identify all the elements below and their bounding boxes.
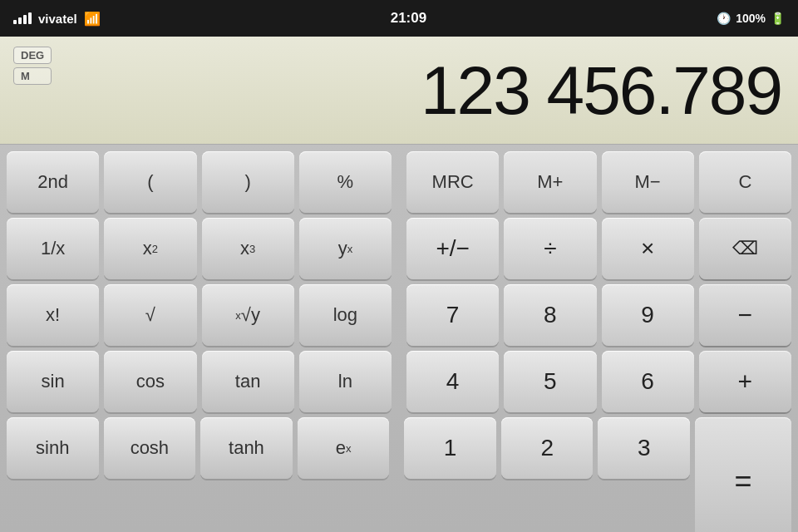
btn-tan[interactable]: tan	[202, 351, 294, 412]
btn-6[interactable]: 6	[602, 351, 694, 412]
time-label: 21:09	[391, 10, 426, 27]
btn-equals[interactable]: =	[695, 417, 791, 532]
btn-mminus[interactable]: M−	[602, 151, 694, 213]
btn-minus[interactable]: −	[699, 284, 791, 346]
btn-sin[interactable]: sin	[7, 351, 99, 412]
deg-badge: DEG	[13, 47, 52, 64]
btn-multiply[interactable]: ×	[602, 218, 694, 279]
clock-icon: 🕐	[717, 12, 731, 25]
btn-2nd[interactable]: 2nd	[7, 151, 99, 213]
btn-ln[interactable]: ln	[299, 351, 392, 412]
display-area: DEG M 123 456.789	[0, 37, 798, 145]
btn-2[interactable]: 2	[501, 417, 594, 479]
btn-yx[interactable]: yx	[299, 218, 392, 279]
btn-log[interactable]: log	[299, 284, 392, 346]
btn-clear[interactable]: C	[699, 151, 791, 213]
btn-factorial[interactable]: x!	[7, 284, 99, 346]
status-bar: vivatel 📶 21:09 🕐 100% 🔋	[0, 0, 798, 37]
btn-4[interactable]: 4	[406, 351, 499, 412]
display-badges: DEG M	[13, 47, 52, 85]
btn-open-paren[interactable]: (	[104, 151, 196, 213]
display-value: 123 456.789	[421, 52, 781, 130]
btn-close-paren[interactable]: )	[202, 151, 294, 213]
btn-3[interactable]: 3	[598, 417, 690, 479]
button-row-3: x! √ x√y log 7 8 9 −	[7, 284, 791, 346]
btn-plusminus[interactable]: +/−	[406, 218, 499, 279]
carrier-label: vivatel	[38, 12, 77, 26]
btn-percent[interactable]: %	[299, 151, 392, 213]
btn-1[interactable]: 1	[404, 417, 496, 479]
btn-reciprocal[interactable]: 1/x	[7, 218, 99, 279]
btn-cube[interactable]: x3	[202, 218, 294, 279]
btn-xrooty[interactable]: x√y	[202, 284, 294, 346]
memory-badge: M	[13, 67, 52, 85]
status-right: 🕐 100% 🔋	[717, 12, 785, 25]
status-left: vivatel 📶	[13, 11, 101, 27]
calculator-body: 2nd ( ) % MRC M+ M− C 1/x x2 x3 yx +/− ÷…	[0, 145, 798, 532]
btn-square[interactable]: x2	[104, 218, 196, 279]
btn-5[interactable]: 5	[504, 351, 596, 412]
btn-divide[interactable]: ÷	[504, 218, 596, 279]
btn-sinh[interactable]: sinh	[7, 417, 99, 479]
btn-sqrt[interactable]: √	[104, 284, 196, 346]
button-row-1: 2nd ( ) % MRC M+ M− C	[7, 151, 791, 213]
button-row-5: sinh cosh tanh ex 1 2 3 =	[7, 417, 791, 532]
signal-icon	[13, 12, 32, 24]
battery-label: 100%	[736, 12, 766, 25]
button-row-2: 1/x x2 x3 yx +/− ÷ × ⌫	[7, 218, 791, 279]
btn-backspace[interactable]: ⌫	[699, 218, 791, 279]
btn-tanh[interactable]: tanh	[200, 417, 293, 479]
btn-8[interactable]: 8	[504, 284, 596, 346]
btn-9[interactable]: 9	[602, 284, 694, 346]
btn-mrc[interactable]: MRC	[406, 151, 499, 213]
btn-ex[interactable]: ex	[298, 417, 390, 479]
button-row-4: sin cos tan ln 4 5 6 +	[7, 351, 791, 412]
btn-cosh[interactable]: cosh	[104, 417, 196, 479]
wifi-icon: 📶	[84, 11, 101, 27]
battery-icon: 🔋	[771, 12, 785, 25]
btn-7[interactable]: 7	[406, 284, 499, 346]
btn-cos[interactable]: cos	[104, 351, 196, 412]
btn-mplus[interactable]: M+	[504, 151, 596, 213]
btn-plus[interactable]: +	[699, 351, 791, 412]
